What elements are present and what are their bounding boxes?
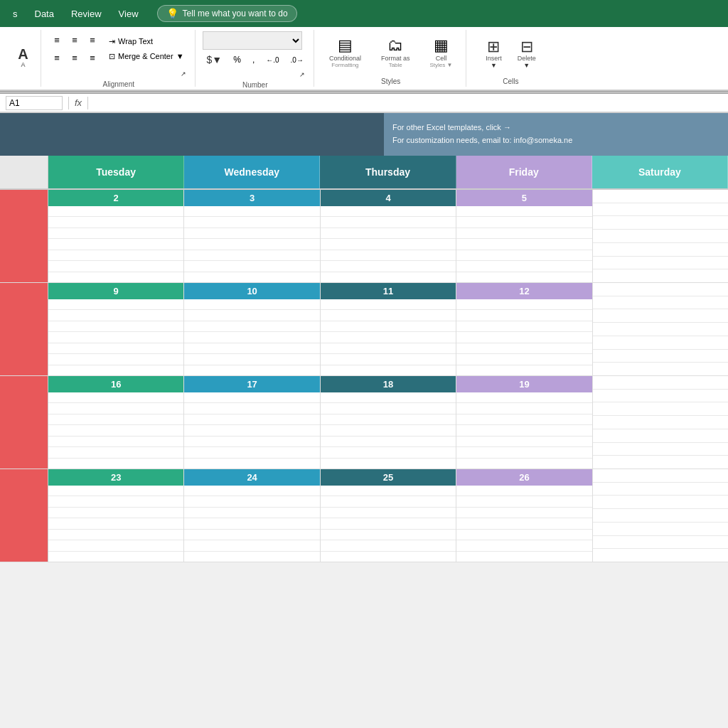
- cal-cell-thursday-week4[interactable]: 25: [321, 469, 456, 562]
- cal-cell-thursday-week1[interactable]: 4: [321, 190, 456, 282]
- cell-line: [48, 332, 183, 343]
- delete-btn[interactable]: ⊟ Delete ▼: [511, 33, 542, 75]
- cell-line: [593, 336, 728, 350]
- name-box[interactable]: [6, 96, 63, 110]
- decimal-increase-btn[interactable]: ←.0: [262, 55, 283, 65]
- cell-line: [48, 425, 183, 436]
- cal-cell-saturday-week1[interactable]: [593, 190, 728, 282]
- cell-lines: [184, 299, 319, 375]
- cell-line: [593, 496, 728, 509]
- cal-cell-thursday-week3[interactable]: 18: [321, 376, 456, 469]
- align-top-left[interactable]: ≡: [48, 31, 65, 48]
- banner-info1: For other Excel templates, click →: [392, 122, 719, 134]
- cell-line: [456, 310, 592, 321]
- menu-item-data[interactable]: Data: [28, 6, 61, 22]
- cell-line: [456, 459, 592, 469]
- percent-btn[interactable]: %: [229, 53, 245, 66]
- cal-cell-tuesday-week2[interactable]: 9: [48, 283, 184, 375]
- cell-line: [184, 310, 319, 321]
- merge-center-btn[interactable]: ⊡ Merge & Center ▼: [104, 50, 189, 63]
- cal-cell-tuesday-week4[interactable]: 23: [48, 469, 184, 562]
- cell-line: [593, 190, 728, 203]
- cell-line: [184, 250, 319, 261]
- align-top-center[interactable]: ≡: [66, 31, 83, 48]
- tell-me-search[interactable]: 💡 Tell me what you want to do: [157, 5, 297, 22]
- cell-line: [456, 228, 592, 239]
- cell-line: [456, 239, 592, 250]
- cal-cell-friday-week2[interactable]: 12: [456, 283, 592, 375]
- cell-line: [48, 299, 183, 310]
- cell-line: [321, 261, 456, 272]
- alignment-expand-btn[interactable]: ↗: [178, 69, 189, 79]
- cal-cell-tuesday-week1[interactable]: 2: [48, 190, 184, 282]
- date-thursday-week3: 18: [321, 376, 456, 392]
- cell-line: [456, 403, 592, 414]
- menu-item-view[interactable]: View: [112, 6, 146, 22]
- cell-line: [456, 530, 592, 540]
- cal-cell-saturday-week4[interactable]: [593, 469, 728, 562]
- currency-btn[interactable]: $▼: [203, 52, 227, 68]
- cell-lines: [593, 376, 728, 469]
- cal-cell-friday-week1[interactable]: 5: [456, 190, 592, 282]
- cell-line: [321, 425, 456, 436]
- banner-left: [0, 113, 384, 156]
- align-bottom-center[interactable]: ≡: [66, 49, 83, 66]
- alignment-group: ≡ ≡ ≡ ≡ ≡ ≡ ⇥ Wrap Text ⊡: [43, 30, 196, 87]
- menu-item-s[interactable]: s: [6, 6, 25, 22]
- cell-line: [48, 530, 183, 540]
- cell-line: [48, 239, 183, 250]
- number-format-dropdown[interactable]: General Number Currency Date Percentage: [203, 31, 302, 50]
- header-thursday: Thursday: [320, 156, 456, 188]
- header-tuesday: Tuesday: [48, 156, 184, 188]
- align-bottom-right[interactable]: ≡: [84, 49, 101, 66]
- cell-line: [456, 447, 592, 458]
- insert-btn[interactable]: ⊞ Insert ▼: [479, 33, 508, 75]
- decimal-decrease-btn[interactable]: .0→: [287, 55, 308, 65]
- ribbon: s Data Review View 💡 Tell me what you wa…: [0, 0, 728, 113]
- cal-cell-wednesday-week2[interactable]: 10: [184, 283, 320, 375]
- cells-label: Cells: [473, 76, 547, 85]
- align-bottom-left[interactable]: ≡: [48, 49, 65, 66]
- cell-line: [456, 392, 592, 403]
- cal-cell-wednesday-week1[interactable]: 3: [184, 190, 320, 282]
- font-size-btn[interactable]: A A: [14, 44, 33, 71]
- comma-btn[interactable]: ,: [248, 53, 259, 66]
- wrap-text-icon: ⇥: [109, 37, 115, 46]
- date-thursday-week1: 4: [321, 190, 456, 206]
- date-wednesday-week1: 3: [184, 190, 319, 206]
- cal-cell-wednesday-week3[interactable]: 17: [184, 376, 320, 469]
- format-as-table-btn[interactable]: 🗂 Format as Table: [373, 31, 418, 73]
- number-expand-btn[interactable]: ↗: [296, 70, 308, 80]
- cell-line: [321, 343, 456, 354]
- cell-lines: [48, 486, 183, 562]
- cell-line: [184, 540, 319, 551]
- cell-line: [321, 272, 456, 282]
- wrap-text-btn[interactable]: ⇥ Wrap Text: [104, 35, 189, 48]
- cal-cell-friday-week3[interactable]: 19: [456, 376, 592, 469]
- date-friday-week4: 26: [456, 469, 592, 486]
- cell-lines: [48, 299, 183, 375]
- cell-line: [593, 456, 728, 469]
- menu-item-review[interactable]: Review: [64, 6, 109, 22]
- cell-line: [321, 228, 456, 239]
- align-top-right[interactable]: ≡: [84, 31, 101, 48]
- cal-cell-tuesday-week3[interactable]: 16: [48, 376, 184, 469]
- styles-label: Styles: [321, 76, 460, 85]
- cal-cell-saturday-week2[interactable]: [593, 283, 728, 375]
- cal-cell-saturday-week3[interactable]: [593, 376, 728, 469]
- font-size-icon: A: [18, 47, 28, 61]
- cell-line: [321, 552, 456, 562]
- banner-right: For other Excel templates, click → For c…: [384, 113, 728, 156]
- cell-line: [48, 310, 183, 321]
- cal-cell-friday-week4[interactable]: 26: [456, 469, 592, 562]
- week-side: [0, 283, 48, 375]
- cell-lines: [184, 486, 319, 562]
- cell-line: [593, 469, 728, 483]
- cal-cell-wednesday-week4[interactable]: 24: [184, 469, 320, 562]
- cell-styles-btn[interactable]: ▦ Cell Styles ▼: [422, 31, 460, 73]
- cal-cell-thursday-week2[interactable]: 11: [321, 283, 456, 375]
- conditional-formatting-btn[interactable]: ▤ Conditional Formatting: [321, 31, 369, 73]
- cell-line: [593, 402, 728, 416]
- date-tuesday-week3: 16: [48, 376, 183, 392]
- cell-lines: [184, 206, 319, 282]
